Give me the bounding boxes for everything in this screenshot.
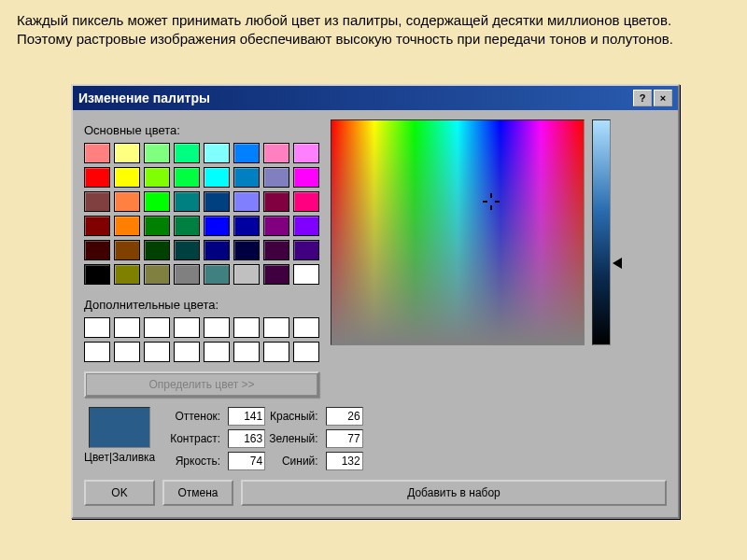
close-button[interactable]: ×	[654, 90, 672, 106]
basic-color-swatch[interactable]	[144, 240, 170, 260]
blue-input[interactable]	[326, 452, 363, 470]
color-preview	[89, 407, 150, 448]
basic-color-swatch[interactable]	[84, 167, 110, 188]
hue-label: Оттенок:	[170, 410, 220, 423]
help-button[interactable]: ?	[633, 90, 652, 106]
basic-color-swatch[interactable]	[293, 167, 319, 188]
custom-color-swatch[interactable]	[174, 342, 200, 362]
basic-color-swatch[interactable]	[144, 191, 170, 212]
sat-label: Контраст:	[170, 432, 220, 445]
basic-color-swatch[interactable]	[84, 240, 110, 260]
basic-color-swatch[interactable]	[174, 191, 200, 212]
basic-color-swatch[interactable]	[114, 167, 140, 188]
custom-color-swatch[interactable]	[144, 317, 170, 338]
basic-color-swatch[interactable]	[114, 264, 140, 285]
basic-color-swatch[interactable]	[144, 264, 170, 285]
ok-button[interactable]: OK	[84, 480, 155, 506]
basic-color-swatch[interactable]	[233, 167, 260, 188]
basic-color-swatch[interactable]	[114, 240, 140, 260]
custom-colors-label: Дополнительные цвета:	[84, 298, 319, 312]
spectrum-area	[331, 119, 585, 398]
green-input[interactable]	[326, 429, 363, 448]
basic-color-swatch[interactable]	[114, 143, 140, 163]
slide-description: Каждый пиксель может принимать любой цве…	[0, 0, 747, 57]
custom-color-swatch[interactable]	[84, 342, 110, 362]
green-label: Зеленый:	[269, 432, 318, 445]
basic-color-swatch[interactable]	[263, 240, 289, 260]
basic-color-swatch[interactable]	[293, 191, 319, 212]
custom-color-swatch[interactable]	[84, 317, 110, 338]
basic-color-swatch[interactable]	[293, 264, 319, 285]
basic-color-swatch[interactable]	[233, 143, 260, 163]
basic-color-swatch[interactable]	[233, 240, 260, 260]
red-input[interactable]	[326, 407, 363, 426]
custom-color-swatch[interactable]	[204, 342, 230, 362]
basic-color-swatch[interactable]	[204, 191, 230, 212]
dialog-title: Изменение палитры	[78, 91, 210, 105]
basic-color-swatch[interactable]	[204, 167, 230, 188]
define-color-button[interactable]: Определить цвет >>	[84, 371, 319, 398]
basic-color-swatch[interactable]	[293, 216, 319, 236]
basic-color-swatch[interactable]	[233, 191, 260, 212]
cancel-button[interactable]: Отмена	[162, 480, 233, 506]
color-dialog: Изменение палитры ? × Основные цвета: До…	[71, 84, 680, 519]
basic-color-swatch[interactable]	[263, 216, 289, 236]
lum-label: Яркость:	[170, 455, 220, 468]
basic-color-swatch[interactable]	[144, 216, 170, 236]
luminance-bar[interactable]	[592, 119, 611, 345]
basic-color-swatch[interactable]	[84, 143, 110, 163]
basic-color-swatch[interactable]	[204, 143, 230, 163]
blue-label: Синий:	[269, 455, 318, 468]
basic-color-swatch[interactable]	[174, 216, 200, 236]
hue-input[interactable]	[228, 407, 265, 426]
basic-color-swatch[interactable]	[204, 264, 230, 285]
basic-colors-label: Основные цвета:	[84, 123, 319, 137]
basic-color-swatch[interactable]	[114, 191, 140, 212]
basic-color-swatch[interactable]	[144, 167, 170, 188]
sat-input[interactable]	[228, 429, 265, 448]
titlebar: Изменение палитры ? ×	[73, 86, 678, 110]
basic-color-swatch[interactable]	[84, 191, 110, 212]
value-inputs: Оттенок: Красный: Контраст: Зеленый: Ярк…	[170, 407, 359, 470]
custom-color-swatch[interactable]	[114, 342, 140, 362]
basic-color-swatch[interactable]	[233, 264, 260, 285]
basic-color-swatch[interactable]	[263, 167, 289, 188]
luminance-slider[interactable]	[613, 258, 622, 269]
basic-color-swatch[interactable]	[174, 167, 200, 188]
basic-color-swatch[interactable]	[84, 216, 110, 236]
custom-color-swatch[interactable]	[174, 317, 200, 338]
basic-color-swatch[interactable]	[293, 240, 319, 260]
basic-color-swatch[interactable]	[204, 216, 230, 236]
basic-color-swatch[interactable]	[174, 240, 200, 260]
custom-color-grid	[84, 317, 319, 362]
custom-color-swatch[interactable]	[263, 342, 289, 362]
basic-color-grid	[84, 143, 319, 285]
custom-color-swatch[interactable]	[114, 317, 140, 338]
basic-color-swatch[interactable]	[263, 143, 289, 163]
color-spectrum[interactable]	[331, 119, 585, 345]
custom-color-swatch[interactable]	[204, 317, 230, 338]
basic-color-swatch[interactable]	[174, 264, 200, 285]
basic-color-swatch[interactable]	[114, 216, 140, 236]
preview-label: Цвет|Заливка	[84, 451, 155, 464]
custom-color-swatch[interactable]	[233, 342, 260, 362]
lum-input[interactable]	[228, 452, 265, 470]
basic-color-swatch[interactable]	[263, 191, 289, 212]
custom-color-swatch[interactable]	[144, 342, 170, 362]
basic-color-swatch[interactable]	[144, 143, 170, 163]
basic-color-swatch[interactable]	[174, 143, 200, 163]
basic-color-swatch[interactable]	[293, 143, 319, 163]
red-label: Красный:	[269, 410, 318, 423]
basic-color-swatch[interactable]	[204, 240, 230, 260]
add-to-set-button[interactable]: Добавить в набор	[241, 480, 667, 506]
custom-color-swatch[interactable]	[233, 317, 260, 338]
basic-color-swatch[interactable]	[84, 264, 110, 285]
custom-color-swatch[interactable]	[263, 317, 289, 338]
custom-color-swatch[interactable]	[293, 317, 319, 338]
custom-color-swatch[interactable]	[293, 342, 319, 362]
basic-color-swatch[interactable]	[263, 264, 289, 285]
basic-color-swatch[interactable]	[233, 216, 260, 236]
